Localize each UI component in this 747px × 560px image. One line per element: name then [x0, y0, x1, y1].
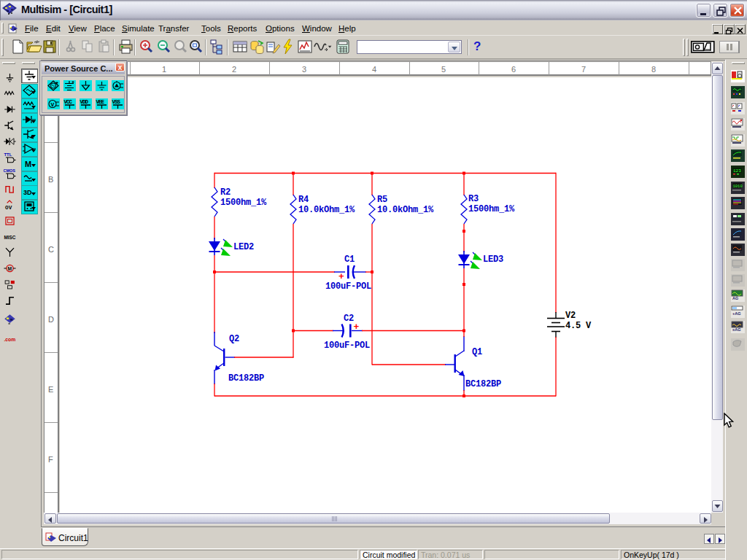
svg-text:OV: OV	[5, 205, 12, 211]
svg-text:+: +	[338, 271, 344, 282]
svg-text:AG: AG	[732, 296, 738, 300]
svg-text:+: +	[354, 322, 360, 332]
svg-text:CMOS: CMOS	[4, 168, 16, 173]
svg-text:MISC: MISC	[4, 235, 15, 240]
svg-text:M: M	[25, 160, 31, 168]
svg-text:V: V	[51, 101, 55, 108]
svg-text:≡AG: ≡AG	[732, 327, 740, 332]
svg-text:TTL: TTL	[4, 152, 12, 157]
svg-text:.com: .com	[4, 337, 15, 342]
svg-text:VDD: VDD	[80, 99, 89, 105]
svg-text:VEE: VEE	[96, 99, 105, 105]
svg-text:1010: 1010	[733, 184, 743, 189]
svg-text:123: 123	[733, 168, 741, 174]
svg-text:M: M	[8, 266, 12, 271]
svg-text:VSS: VSS	[112, 99, 121, 105]
svg-text:VCC: VCC	[64, 99, 73, 105]
svg-text:3D: 3D	[23, 189, 32, 196]
svg-text:+AG: +AG	[732, 311, 740, 316]
